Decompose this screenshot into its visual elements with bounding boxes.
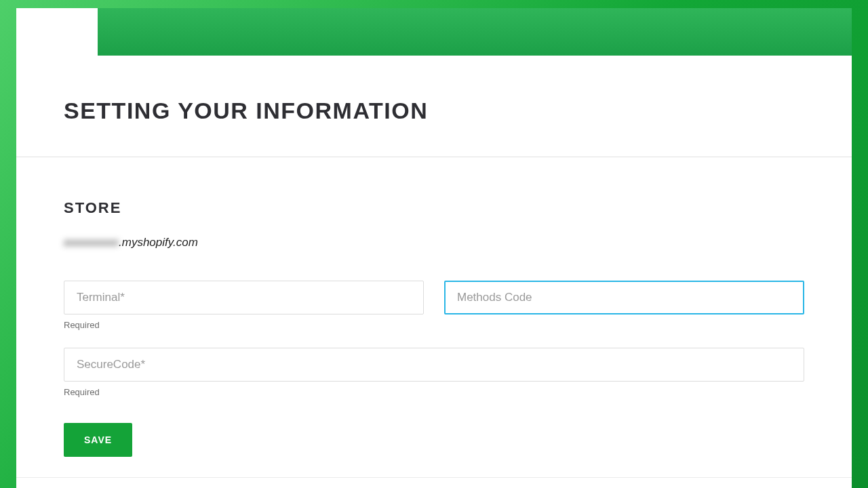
- content-area: Setting Your Information Store xxxxxxxxx…: [16, 98, 852, 478]
- bottom-divider: [16, 477, 852, 478]
- save-button[interactable]: SAVE: [64, 423, 132, 457]
- store-url-masked: xxxxxxxxx: [64, 236, 119, 249]
- methods-code-input[interactable]: [444, 281, 804, 314]
- terminal-group: Required: [64, 281, 424, 330]
- store-url: xxxxxxxxx.myshopify.com: [64, 236, 804, 249]
- form-row-1: Required: [64, 281, 804, 330]
- section-divider: [16, 157, 852, 157]
- store-section-title: Store: [64, 199, 804, 217]
- page-title: Setting Your Information: [64, 98, 804, 124]
- terminal-input[interactable]: [64, 281, 424, 314]
- tab-bar: [16, 8, 852, 56]
- store-url-suffix: .myshopify.com: [119, 236, 198, 249]
- methods-code-group: [444, 281, 804, 330]
- secure-code-group: Required: [64, 348, 804, 397]
- secure-code-helper: Required: [64, 387, 804, 397]
- terminal-helper: Required: [64, 320, 424, 330]
- page-card: Setting Your Information Store xxxxxxxxx…: [16, 8, 852, 488]
- form-row-2: Required: [64, 348, 804, 397]
- secure-code-input[interactable]: [64, 348, 804, 382]
